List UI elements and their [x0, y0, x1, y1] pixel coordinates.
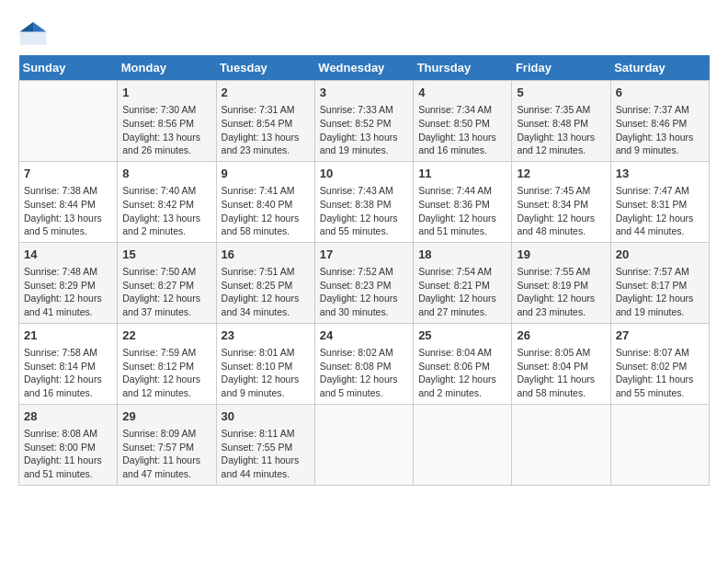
calendar-cell: 3Sunrise: 7:33 AMSunset: 8:52 PMDaylight… — [314, 81, 413, 162]
calendar-cell: 26Sunrise: 8:05 AMSunset: 8:04 PMDayligh… — [512, 323, 610, 404]
calendar-week-3: 14Sunrise: 7:48 AMSunset: 8:29 PMDayligh… — [19, 242, 710, 323]
day-number: 18 — [418, 247, 506, 263]
day-number: 12 — [517, 166, 605, 182]
day-info: Sunrise: 7:30 AMSunset: 8:56 PMDaylight:… — [122, 103, 210, 157]
day-number: 16 — [222, 247, 310, 263]
header-day-tuesday: Tuesday — [216, 55, 314, 81]
calendar-week-2: 7Sunrise: 7:38 AMSunset: 8:44 PMDaylight… — [19, 161, 710, 242]
day-number: 22 — [122, 327, 210, 344]
day-info: Sunrise: 7:40 AMSunset: 8:42 PMDaylight:… — [122, 184, 210, 238]
calendar-week-1: 1Sunrise: 7:30 AMSunset: 8:56 PMDaylight… — [19, 81, 710, 162]
day-info: Sunrise: 7:57 AMSunset: 8:17 PMDaylight:… — [616, 265, 704, 319]
calendar-cell: 10Sunrise: 7:43 AMSunset: 8:38 PMDayligh… — [314, 161, 413, 242]
calendar-cell: 24Sunrise: 8:02 AMSunset: 8:08 PMDayligh… — [314, 323, 413, 404]
day-number: 20 — [616, 247, 704, 263]
day-number: 30 — [222, 408, 310, 425]
header-day-sunday: Sunday — [19, 55, 118, 81]
day-info: Sunrise: 8:02 AMSunset: 8:08 PMDaylight:… — [320, 346, 408, 400]
calendar-week-4: 21Sunrise: 7:58 AMSunset: 8:14 PMDayligh… — [19, 323, 710, 404]
day-info: Sunrise: 7:33 AMSunset: 8:52 PMDaylight:… — [320, 103, 408, 157]
day-number: 3 — [320, 85, 408, 101]
day-info: Sunrise: 7:34 AMSunset: 8:50 PMDaylight:… — [418, 103, 506, 157]
calendar-cell: 7Sunrise: 7:38 AMSunset: 8:44 PMDaylight… — [19, 161, 118, 242]
day-info: Sunrise: 7:45 AMSunset: 8:34 PMDaylight:… — [517, 184, 605, 238]
day-number: 23 — [222, 327, 310, 344]
day-info: Sunrise: 7:44 AMSunset: 8:36 PMDaylight:… — [418, 184, 506, 238]
svg-marker-2 — [20, 22, 33, 31]
calendar-cell: 28Sunrise: 8:08 AMSunset: 8:00 PMDayligh… — [19, 404, 118, 485]
calendar-cell: 29Sunrise: 8:09 AMSunset: 7:57 PMDayligh… — [118, 404, 216, 485]
day-number: 15 — [122, 247, 210, 263]
calendar-cell: 30Sunrise: 8:11 AMSunset: 7:55 PMDayligh… — [216, 404, 314, 485]
day-number: 7 — [24, 166, 112, 182]
header-day-friday: Friday — [512, 55, 610, 81]
calendar-body: 1Sunrise: 7:30 AMSunset: 8:56 PMDaylight… — [19, 81, 710, 486]
page-header — [18, 18, 710, 48]
day-number: 1 — [122, 85, 210, 101]
day-info: Sunrise: 7:35 AMSunset: 8:48 PMDaylight:… — [517, 103, 605, 157]
calendar-cell: 25Sunrise: 8:04 AMSunset: 8:06 PMDayligh… — [414, 323, 512, 404]
day-info: Sunrise: 7:58 AMSunset: 8:14 PMDaylight:… — [24, 346, 112, 400]
day-info: Sunrise: 8:11 AMSunset: 7:55 PMDaylight:… — [222, 427, 310, 481]
calendar-week-5: 28Sunrise: 8:08 AMSunset: 8:00 PMDayligh… — [19, 404, 710, 485]
calendar-cell: 14Sunrise: 7:48 AMSunset: 8:29 PMDayligh… — [19, 242, 118, 323]
day-number: 10 — [320, 166, 408, 182]
calendar-cell — [19, 81, 118, 162]
day-number: 17 — [320, 247, 408, 263]
day-number: 26 — [517, 327, 605, 344]
day-info: Sunrise: 8:01 AMSunset: 8:10 PMDaylight:… — [222, 346, 310, 400]
calendar-table: SundayMondayTuesdayWednesdayThursdayFrid… — [18, 55, 710, 486]
day-info: Sunrise: 8:08 AMSunset: 8:00 PMDaylight:… — [24, 427, 112, 481]
day-info: Sunrise: 7:50 AMSunset: 8:27 PMDaylight:… — [122, 265, 210, 319]
day-info: Sunrise: 7:59 AMSunset: 8:12 PMDaylight:… — [122, 346, 210, 400]
day-number: 24 — [320, 327, 408, 344]
day-number: 25 — [418, 327, 506, 344]
calendar-cell: 19Sunrise: 7:55 AMSunset: 8:19 PMDayligh… — [512, 242, 610, 323]
day-info: Sunrise: 7:43 AMSunset: 8:38 PMDaylight:… — [320, 184, 408, 238]
day-info: Sunrise: 8:09 AMSunset: 7:57 PMDaylight:… — [122, 427, 210, 481]
header-day-saturday: Saturday — [610, 55, 709, 81]
calendar-cell: 6Sunrise: 7:37 AMSunset: 8:46 PMDaylight… — [610, 81, 709, 162]
header-day-thursday: Thursday — [414, 55, 512, 81]
day-number: 2 — [222, 85, 310, 101]
header-day-monday: Monday — [118, 55, 216, 81]
day-number: 8 — [122, 166, 210, 182]
day-info: Sunrise: 7:48 AMSunset: 8:29 PMDaylight:… — [24, 265, 112, 319]
calendar-cell — [414, 404, 512, 485]
svg-marker-1 — [33, 22, 46, 31]
calendar-cell: 5Sunrise: 7:35 AMSunset: 8:48 PMDaylight… — [512, 81, 610, 162]
calendar-cell: 8Sunrise: 7:40 AMSunset: 8:42 PMDaylight… — [118, 161, 216, 242]
day-info: Sunrise: 7:47 AMSunset: 8:31 PMDaylight:… — [616, 184, 704, 238]
day-info: Sunrise: 7:51 AMSunset: 8:25 PMDaylight:… — [222, 265, 310, 319]
day-info: Sunrise: 8:04 AMSunset: 8:06 PMDaylight:… — [418, 346, 506, 400]
day-number: 9 — [222, 166, 310, 182]
calendar-cell: 22Sunrise: 7:59 AMSunset: 8:12 PMDayligh… — [118, 323, 216, 404]
calendar-cell — [314, 404, 413, 485]
logo — [18, 18, 51, 48]
calendar-cell: 4Sunrise: 7:34 AMSunset: 8:50 PMDaylight… — [414, 81, 512, 162]
day-info: Sunrise: 7:41 AMSunset: 8:40 PMDaylight:… — [222, 184, 310, 238]
logo-icon — [18, 18, 48, 48]
header-row: SundayMondayTuesdayWednesdayThursdayFrid… — [19, 55, 710, 81]
day-number: 6 — [616, 85, 704, 101]
day-info: Sunrise: 7:52 AMSunset: 8:23 PMDaylight:… — [320, 265, 408, 319]
calendar-cell: 18Sunrise: 7:54 AMSunset: 8:21 PMDayligh… — [414, 242, 512, 323]
calendar-cell: 11Sunrise: 7:44 AMSunset: 8:36 PMDayligh… — [414, 161, 512, 242]
day-number: 14 — [24, 247, 112, 263]
calendar-cell: 20Sunrise: 7:57 AMSunset: 8:17 PMDayligh… — [610, 242, 709, 323]
day-number: 19 — [517, 247, 605, 263]
day-info: Sunrise: 7:37 AMSunset: 8:46 PMDaylight:… — [616, 103, 704, 157]
day-number: 13 — [616, 166, 704, 182]
day-info: Sunrise: 7:54 AMSunset: 8:21 PMDaylight:… — [418, 265, 506, 319]
calendar-cell: 13Sunrise: 7:47 AMSunset: 8:31 PMDayligh… — [610, 161, 709, 242]
calendar-cell: 9Sunrise: 7:41 AMSunset: 8:40 PMDaylight… — [216, 161, 314, 242]
calendar-cell: 16Sunrise: 7:51 AMSunset: 8:25 PMDayligh… — [216, 242, 314, 323]
day-info: Sunrise: 7:31 AMSunset: 8:54 PMDaylight:… — [222, 103, 310, 157]
calendar-cell — [512, 404, 610, 485]
day-info: Sunrise: 8:07 AMSunset: 8:02 PMDaylight:… — [616, 346, 704, 400]
day-number: 21 — [24, 327, 112, 344]
calendar-cell: 1Sunrise: 7:30 AMSunset: 8:56 PMDaylight… — [118, 81, 216, 162]
calendar-cell — [610, 404, 709, 485]
day-info: Sunrise: 7:38 AMSunset: 8:44 PMDaylight:… — [24, 184, 112, 238]
calendar-cell: 12Sunrise: 7:45 AMSunset: 8:34 PMDayligh… — [512, 161, 610, 242]
